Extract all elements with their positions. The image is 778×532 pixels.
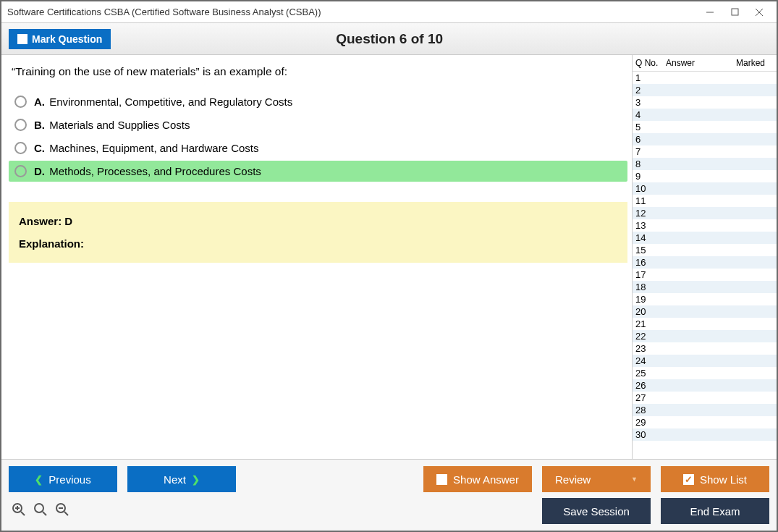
svg-line-9 <box>43 512 46 515</box>
maximize-icon[interactable] <box>729 7 740 18</box>
previous-button[interactable]: ❮ Previous <box>9 466 117 492</box>
answer-option[interactable]: D. Methods, Processes, and Procedures Co… <box>9 161 627 182</box>
question-list-header: Q No. Answer Marked <box>633 55 777 72</box>
zoom-in-icon[interactable] <box>12 502 26 520</box>
svg-rect-1 <box>732 9 738 15</box>
question-list-row[interactable]: 3 <box>633 96 777 109</box>
save-session-button[interactable]: Save Session <box>542 498 651 524</box>
close-icon[interactable] <box>753 7 765 18</box>
show-list-button[interactable]: ✓ Show List <box>661 466 769 492</box>
row-qno: 26 <box>635 380 661 391</box>
question-list-row[interactable]: 17 <box>633 269 777 281</box>
question-counter: Question 6 of 10 <box>111 31 668 47</box>
question-list-row[interactable]: 26 <box>633 379 777 392</box>
col-qno: Q No. <box>635 58 666 68</box>
row-qno: 3 <box>635 97 661 108</box>
row-qno: 23 <box>635 343 661 354</box>
radio-icon <box>14 119 27 131</box>
mark-question-button[interactable]: Mark Question <box>9 29 111 49</box>
question-list-row[interactable]: 13 <box>633 219 777 232</box>
row-qno: 10 <box>635 183 661 194</box>
question-list-row[interactable]: 15 <box>633 244 777 256</box>
question-list-row[interactable]: 25 <box>633 367 777 379</box>
question-list-row[interactable]: 16 <box>633 256 777 269</box>
answer-option[interactable]: C. Machines, Equipment, and Hardware Cos… <box>9 138 627 159</box>
question-list-row[interactable]: 4 <box>633 109 777 121</box>
minimize-icon[interactable] <box>704 7 716 18</box>
next-button[interactable]: Next ❯ <box>127 466 236 492</box>
question-list-row[interactable]: 19 <box>633 293 777 305</box>
row-qno: 1 <box>635 72 661 83</box>
body: “Training on the use of new materials” i… <box>1 55 777 459</box>
row-qno: 5 <box>635 122 661 132</box>
question-list-row[interactable]: 24 <box>633 355 777 367</box>
question-list-row[interactable]: 14 <box>633 232 777 244</box>
checkbox-checked-icon: ✓ <box>683 474 694 485</box>
row-qno: 6 <box>635 134 661 145</box>
question-list-row[interactable]: 6 <box>633 133 777 145</box>
col-marked: Marked <box>736 58 774 68</box>
row-qno: 17 <box>635 269 661 280</box>
row-qno: 16 <box>635 257 661 268</box>
question-list-row[interactable]: 12 <box>633 207 777 219</box>
chevron-right-icon: ❯ <box>192 474 200 485</box>
show-list-label: Show List <box>700 473 747 486</box>
zoom-controls <box>9 502 69 520</box>
answer-option[interactable]: B. Materials and Supplies Costs <box>9 114 627 135</box>
svg-line-5 <box>21 512 25 515</box>
question-list-row[interactable]: 20 <box>633 305 777 318</box>
answer-option[interactable]: A. Environmental, Competitive, and Regul… <box>9 91 627 112</box>
footer: ❮ Previous Next ❯ Show Answer Review ▼ ✓… <box>1 459 777 531</box>
question-list-row[interactable]: 9 <box>633 170 777 182</box>
question-list-row[interactable]: 28 <box>633 404 777 416</box>
header-bar: Mark Question Question 6 of 10 <box>1 23 777 55</box>
row-qno: 30 <box>635 429 661 440</box>
question-list-row[interactable]: 7 <box>633 145 777 158</box>
row-qno: 7 <box>635 146 661 157</box>
zoom-reset-icon[interactable] <box>33 502 48 520</box>
question-list-row[interactable]: 5 <box>633 121 777 133</box>
option-text: A. Environmental, Competitive, and Regul… <box>34 96 292 108</box>
question-prompt: “Training on the use of new materials” i… <box>9 65 632 91</box>
row-qno: 29 <box>635 417 661 428</box>
question-list-row[interactable]: 18 <box>633 281 777 293</box>
question-list-row[interactable]: 2 <box>633 84 777 96</box>
checkbox-icon <box>436 474 447 485</box>
save-session-label: Save Session <box>563 505 630 518</box>
svg-point-8 <box>35 504 43 512</box>
question-list-row[interactable]: 23 <box>633 342 777 355</box>
end-exam-label: End Exam <box>690 505 740 518</box>
question-panel: “Training on the use of new materials” i… <box>1 55 632 459</box>
zoom-out-icon[interactable] <box>55 502 69 520</box>
window-title: Software Certifications CSBA (Certified … <box>7 7 704 17</box>
question-list-row[interactable]: 10 <box>633 182 777 195</box>
row-qno: 4 <box>635 109 661 120</box>
question-list-row[interactable]: 27 <box>633 392 777 404</box>
option-text: C. Machines, Equipment, and Hardware Cos… <box>34 142 258 154</box>
end-exam-button[interactable]: End Exam <box>661 498 769 524</box>
row-qno: 28 <box>635 405 661 415</box>
row-qno: 25 <box>635 368 661 379</box>
question-list-row[interactable]: 11 <box>633 195 777 207</box>
question-list-row[interactable]: 30 <box>633 428 777 441</box>
mark-question-label: Mark Question <box>32 33 102 45</box>
option-text: D. Methods, Processes, and Procedures Co… <box>34 165 261 177</box>
question-list[interactable]: 1234567891011121314151617181920212223242… <box>633 72 777 459</box>
row-qno: 22 <box>635 331 661 342</box>
question-list-row[interactable]: 8 <box>633 158 777 170</box>
row-qno: 2 <box>635 85 661 96</box>
row-qno: 13 <box>635 220 661 231</box>
review-button[interactable]: Review ▼ <box>542 466 651 492</box>
question-list-row[interactable]: 1 <box>633 72 777 84</box>
row-qno: 21 <box>635 318 661 329</box>
show-answer-label: Show Answer <box>453 473 519 486</box>
option-text: B. Materials and Supplies Costs <box>34 119 190 131</box>
question-list-row[interactable]: 22 <box>633 330 777 342</box>
radio-icon <box>14 96 27 108</box>
row-qno: 14 <box>635 232 661 243</box>
question-list-row[interactable]: 29 <box>633 416 777 428</box>
question-list-row[interactable]: 21 <box>633 318 777 330</box>
next-label: Next <box>164 473 186 486</box>
show-answer-button[interactable]: Show Answer <box>423 466 532 492</box>
window-controls <box>704 7 771 18</box>
